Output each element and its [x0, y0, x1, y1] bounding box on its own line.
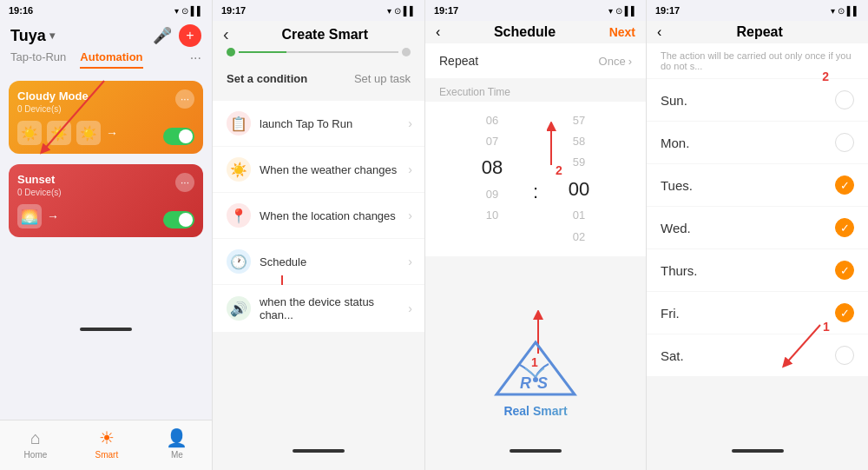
- toggle-sunset[interactable]: [163, 211, 194, 228]
- create-smart-header: ‹ Create Smart: [213, 21, 424, 48]
- create-smart-title: Create Smart: [236, 27, 414, 43]
- svg-text:R: R: [520, 374, 531, 392]
- tabs-row: Tap-to-Run Automation ···: [0, 50, 212, 69]
- day-row-wed[interactable]: Wed. ✓: [647, 207, 868, 248]
- schedule-header: ‹ Schedule Next: [425, 21, 646, 43]
- nav-me-label: Me: [171, 450, 183, 460]
- repeat-label: Repeat: [439, 54, 478, 68]
- tuya-title[interactable]: Tuya ▾: [10, 27, 55, 45]
- card-sunset[interactable]: ··· Sunset 0 Device(s) 🌅 →: [9, 164, 203, 237]
- day-name-mon: Mon.: [661, 136, 689, 150]
- next-button[interactable]: Next: [609, 25, 635, 39]
- rs-logo-overlay: R S Real Smart: [492, 338, 579, 418]
- repeat-notice: The action will be carried out only once…: [647, 43, 868, 78]
- schedule-title: Schedule: [440, 24, 608, 40]
- tab-tap-to-run[interactable]: Tap-to-Run: [10, 50, 66, 69]
- home-bar-4: [732, 449, 784, 453]
- min-58: 58: [573, 131, 585, 152]
- day-name-sat: Sat.: [661, 348, 684, 363]
- tab-set-condition[interactable]: Set a condition: [227, 72, 307, 89]
- day-check-thurs[interactable]: ✓: [835, 261, 854, 280]
- menu-location[interactable]: 📍 When the location changes ›: [213, 193, 424, 238]
- hour-10: 10: [486, 205, 498, 226]
- header-actions: 🎤 +: [153, 24, 201, 47]
- card-menu-icon[interactable]: ···: [175, 89, 194, 109]
- nav-home[interactable]: ⌂ Home: [24, 428, 48, 460]
- chevron-right-icon: ›: [628, 55, 632, 68]
- day-name-fri: Fri.: [661, 306, 680, 321]
- day-check-mon[interactable]: [835, 133, 854, 152]
- min-01: 01: [573, 205, 585, 226]
- time-4: 19:17: [655, 5, 680, 16]
- day-name-tues: Tues.: [661, 178, 693, 193]
- repeat-row[interactable]: Repeat Once ›: [425, 43, 646, 78]
- menu-launch-tap[interactable]: 📋 launch Tap To Run ›: [213, 101, 424, 146]
- time-picker[interactable]: 06 07 08 09 10 : 57 58 59 00 01 02: [425, 102, 646, 256]
- day-row-tues[interactable]: Tues. ✓: [647, 164, 868, 206]
- time-2: 19:17: [221, 5, 246, 16]
- sun-icon-3: ☀️: [76, 121, 101, 145]
- day-row-sun[interactable]: Sun.: [647, 79, 868, 121]
- nav-me[interactable]: 👤 Me: [166, 427, 187, 460]
- svg-point-9: [533, 377, 538, 382]
- bottom-nav: ⌂ Home ☀ Smart 👤 Me: [0, 420, 212, 470]
- day-row-thurs[interactable]: Thurs. ✓: [647, 249, 868, 291]
- time-3: 19:17: [434, 5, 458, 16]
- location-icon: 📍: [227, 203, 251, 228]
- day-check-tues[interactable]: ✓: [835, 175, 854, 195]
- day-name-wed: Wed.: [661, 221, 691, 235]
- sun-icon-2: ☀️: [47, 121, 71, 145]
- schedule-icon: 🕐: [227, 249, 251, 274]
- minute-column[interactable]: 57 58 59 00 01 02: [544, 110, 614, 248]
- repeat-title: Repeat: [661, 24, 858, 40]
- min-59: 59: [573, 152, 585, 173]
- day-row-fri[interactable]: Fri. ✓ 1: [647, 292, 868, 334]
- menu-location-label: When the location changes: [260, 209, 396, 222]
- mic-icon[interactable]: 🎤: [153, 26, 172, 45]
- day-check-wed[interactable]: ✓: [835, 218, 854, 237]
- status-icons-4: ▾ ⊙ ▌▌: [831, 6, 859, 16]
- card-title-cloudy: Cloudy Mode: [17, 89, 194, 103]
- back-button[interactable]: ‹: [223, 24, 229, 44]
- real-smart-text: Real Smart: [492, 404, 579, 418]
- day-row-sat[interactable]: Sat.: [647, 334, 868, 376]
- toggle-cloudy[interactable]: [163, 128, 194, 145]
- menu-device-status[interactable]: 🔊 when the device status chan... ›: [213, 285, 424, 332]
- day-check-sun[interactable]: [835, 90, 854, 109]
- more-icon[interactable]: ···: [190, 50, 201, 69]
- add-button[interactable]: +: [179, 24, 201, 47]
- day-check-fri[interactable]: ✓: [835, 303, 854, 322]
- tab-automation[interactable]: Automation: [80, 50, 142, 69]
- arrow-icon-2: →: [47, 209, 59, 223]
- chevron-icon-3: ›: [408, 209, 412, 222]
- device-icon: 🔊: [227, 296, 251, 321]
- nav-smart[interactable]: ☀ Smart: [95, 427, 118, 460]
- chevron-icon-4: ›: [408, 255, 412, 268]
- chevron-icon-2: ›: [408, 162, 412, 176]
- card-subtitle-cloudy: 0 Device(s): [17, 104, 194, 114]
- card-menu-sunset[interactable]: ···: [175, 173, 194, 192]
- menu-weather[interactable]: ☀️ When the weather changes ›: [213, 147, 424, 192]
- svg-marker-8: [496, 342, 575, 394]
- menu-launch-tap-label: launch Tap To Run: [260, 117, 352, 130]
- day-row-mon[interactable]: Mon.: [647, 122, 868, 163]
- hour-07: 07: [486, 131, 498, 152]
- card-subtitle-sunset: 0 Device(s): [17, 188, 194, 197]
- tab-set-task[interactable]: Set up task: [354, 72, 411, 89]
- hour-06: 06: [486, 110, 498, 131]
- menu-schedule[interactable]: 🕐 Schedule ›: [213, 239, 424, 284]
- menu-weather-label: When the weather changes: [260, 163, 397, 176]
- min-57: 57: [573, 110, 585, 131]
- arrow-icon: →: [106, 126, 118, 140]
- panel-schedule: 19:17 ▾ ⊙ ▌▌ ‹ Schedule Next Repeat Once…: [425, 0, 647, 470]
- hour-column[interactable]: 06 07 08 09 10: [457, 110, 527, 248]
- time-1: 19:16: [9, 5, 33, 16]
- time-colon: :: [527, 110, 544, 248]
- me-icon: 👤: [166, 427, 187, 448]
- chevron-icon-1: ›: [408, 116, 412, 130]
- card-cloudy-mode[interactable]: ··· Cloudy Mode 0 Device(s) ☀️ ☀️ ☀️ →: [9, 81, 203, 154]
- day-check-sat[interactable]: [835, 346, 854, 365]
- day-name-thurs: Thurs.: [661, 263, 698, 278]
- progress-dot-start: [227, 48, 235, 56]
- card-title-sunset: Sunset: [17, 173, 194, 186]
